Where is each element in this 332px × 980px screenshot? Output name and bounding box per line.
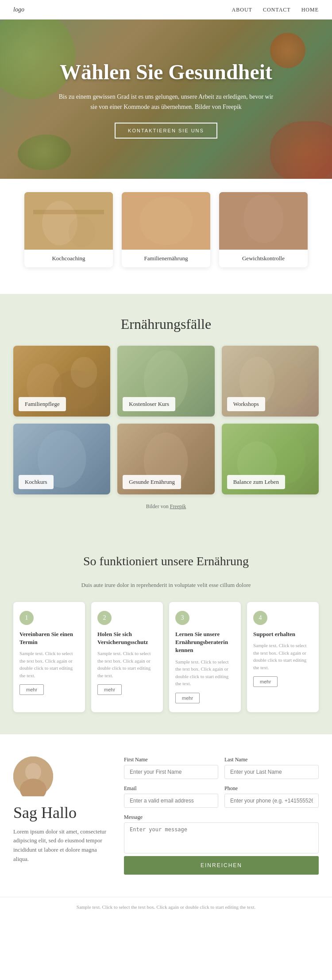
svg-point-7 (243, 194, 283, 243)
case-label-2: Workshops (227, 397, 265, 411)
card-label-2: Gewichtskontrolle (219, 250, 308, 267)
hero-cta-button[interactable]: KONTAKTIEREN SIE UNS (115, 123, 217, 139)
card-image-0 (24, 192, 113, 250)
footer-note: Sample text. Click to select the text bo… (0, 897, 332, 917)
case-card-0: Familienpflege (13, 346, 110, 417)
svg-point-25 (25, 763, 41, 781)
how-num-1: 2 (97, 611, 112, 625)
how-card-0: 1 Vereinbaren Sie einen Termin Sample te… (13, 602, 85, 712)
how-grid: 1 Vereinbaren Sie einen Termin Sample te… (13, 602, 319, 712)
card-image-2 (219, 192, 308, 250)
how-step-btn-3[interactable]: mehr (253, 676, 278, 687)
service-cards-row: Kochcoaching Familienernährung Gewichtsk… (0, 179, 332, 281)
how-step-btn-2[interactable]: mehr (175, 693, 200, 703)
card-label-1: Familienernährung (122, 250, 210, 267)
navigation: logo ABOUT CONTACT HOME (0, 0, 332, 19)
firstname-input[interactable] (124, 765, 218, 779)
svg-point-11 (71, 357, 97, 388)
case-card-1: Kostenloser Kurs (117, 346, 214, 417)
hero-description: Bis zu einem gewissen Grad ist es uns ge… (55, 92, 277, 112)
case-label-3: Kochkurs (19, 475, 54, 489)
card-img-svg-2 (219, 192, 308, 250)
case-label-5: Balance zum Leben (227, 475, 285, 489)
case-card-3: Kochkurs (13, 424, 110, 494)
card-img-svg-1 (122, 192, 210, 250)
phone-input[interactable] (224, 794, 319, 808)
how-title: So funktioniert unsere Ernährung (13, 554, 319, 568)
freepik-link-cases[interactable]: Freepik (170, 503, 186, 509)
phone-label: Phone (224, 785, 319, 792)
contact-description: Lorem ipsum dolor sit amet, consectetur … (13, 827, 111, 864)
case-label-4: Gesunde Ernährung (123, 475, 181, 489)
form-row-name: First Name Last Name (124, 756, 319, 779)
form-row-email: Email Phone (124, 785, 319, 808)
contact-left: Sag Hallo Lorem ipsum dolor sit amet, co… (13, 756, 111, 875)
card-label-0: Kochcoaching (24, 250, 113, 267)
hero-title: Wählen Sie Gesundheit (55, 60, 277, 84)
form-group-firstname: First Name (124, 756, 218, 779)
case-card-2: Workshops (222, 346, 319, 417)
hero-content: Wählen Sie Gesundheit Bis zu einem gewis… (29, 60, 303, 139)
case-label-1: Kostenloser Kurs (123, 397, 175, 411)
contact-avatar (13, 756, 53, 796)
contact-section: Sag Hallo Lorem ipsum dolor sit amet, co… (0, 734, 332, 897)
how-step-text-3: Sample text. Click to select the text bo… (253, 642, 313, 671)
contact-greeting: Sag Hallo (13, 803, 111, 822)
lastname-input[interactable] (224, 765, 319, 779)
message-label: Message (124, 814, 319, 821)
contact-form: First Name Last Name Email Phone Message… (124, 756, 319, 875)
submit-button[interactable]: EINREICHEN (124, 856, 319, 875)
form-group-message: Message (124, 814, 319, 853)
card-img-svg-0 (24, 192, 113, 250)
how-num-0: 1 (19, 611, 34, 625)
deco-circle-4 (18, 135, 71, 170)
cases-grid: Familienpflege Kostenloser Kurs Workshop… (13, 346, 319, 494)
how-step-btn-1[interactable]: mehr (97, 684, 122, 695)
how-step-title-1: Holen Sie sich Versicherungsschutz (97, 630, 157, 646)
how-step-text-1: Sample text. Click to select the text bo… (97, 650, 157, 679)
nav-links: ABOUT CONTACT HOME (232, 7, 319, 13)
svg-point-16 (268, 363, 308, 408)
cases-section: Ernährungsfälle Familienpflege Ko (0, 294, 332, 532)
how-step-title-0: Vereinbaren Sie einen Termin (19, 630, 79, 646)
message-input[interactable] (124, 822, 319, 853)
nav-about[interactable]: ABOUT (232, 7, 252, 13)
svg-rect-3 (33, 210, 104, 214)
how-step-text-0: Sample text. Click to select the text bo… (19, 650, 79, 679)
case-card-5: Balance zum Leben (222, 424, 319, 494)
form-group-phone: Phone (224, 785, 319, 808)
service-card-0: Kochcoaching (24, 192, 113, 267)
cases-credit: Bilder von Freepik (13, 503, 319, 510)
how-card-1: 2 Holen Sie sich Versicherungsschutz Sam… (91, 602, 163, 712)
email-label: Email (124, 785, 218, 792)
lastname-label: Last Name (224, 756, 319, 763)
service-card-2: Gewichtskontrolle (219, 192, 308, 267)
firstname-label: First Name (124, 756, 218, 763)
how-step-text-2: Sample text. Click to select the text bo… (175, 658, 235, 687)
how-num-3: 4 (253, 611, 267, 625)
how-subtitle: Duis aute irure dolor in reprehenderit i… (13, 582, 319, 589)
avatar-svg (13, 756, 53, 796)
nav-home[interactable]: HOME (301, 7, 319, 13)
card-image-1 (122, 192, 210, 250)
form-group-email: Email (124, 785, 218, 808)
logo: logo (13, 6, 24, 13)
service-card-1: Familienernährung (122, 192, 210, 267)
how-step-btn-0[interactable]: mehr (19, 684, 44, 695)
email-input[interactable] (124, 794, 218, 808)
how-step-title-2: Lernen Sie unsere Ernährungsberaterin ke… (175, 630, 235, 655)
form-group-lastname: Last Name (224, 756, 319, 779)
cases-title: Ernährungsfälle (13, 316, 319, 332)
how-card-2: 3 Lernen Sie unsere Ernährungsberaterin … (169, 602, 241, 712)
case-card-4: Gesunde Ernährung (117, 424, 214, 494)
hero-section: Wählen Sie Gesundheit Bis zu einem gewis… (0, 19, 332, 179)
spacer-1 (0, 281, 332, 294)
nav-contact[interactable]: CONTACT (263, 7, 291, 13)
svg-point-2 (69, 216, 95, 247)
how-section: So funktioniert unsere Ernährung Duis au… (0, 532, 332, 734)
case-label-0: Familienpflege (19, 397, 66, 411)
how-step-title-3: Support erhalten (253, 630, 313, 638)
svg-point-5 (139, 197, 193, 245)
how-card-3: 4 Support erhalten Sample text. Click to… (247, 602, 319, 712)
how-num-2: 3 (175, 611, 189, 625)
